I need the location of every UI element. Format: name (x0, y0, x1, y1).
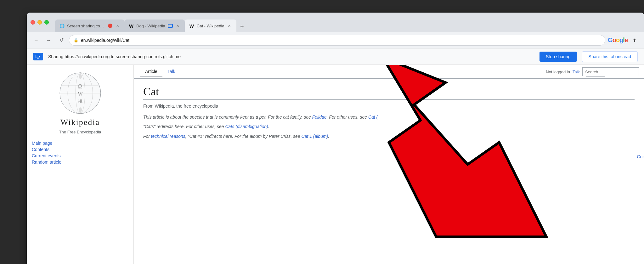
wiki-sidebar: Ω W 維 Wikipedia The Free Encyclopedia Ma… (27, 65, 134, 264)
sharing-icon (33, 53, 43, 60)
not-logged-in-text: Not logged in (546, 70, 570, 74)
toolbar: ← → ↺ 🔒 en.wikipedia.org/wiki/Cat Google… (27, 32, 644, 48)
reload-button[interactable]: ↺ (56, 35, 66, 45)
share-page-button[interactable]: ⬆ (630, 35, 640, 45)
page-content: Ω W 維 Wikipedia The Free Encyclopedia Ma… (27, 65, 644, 264)
wikipedia-logo: Ω W 維 (58, 71, 102, 115)
sharing-description: Sharing https://en.wikipedia.org to scre… (48, 54, 534, 59)
hatnote-3: For technical reasons, "Cat #1" redirect… (143, 133, 635, 140)
address-bar[interactable]: 🔒 en.wikipedia.org/wiki/Cat (69, 35, 605, 46)
forward-button[interactable]: → (44, 35, 54, 45)
svg-text:Ω: Ω (78, 83, 82, 90)
tab-dog-wikipedia[interactable]: W Dog - Wikipedia ✕ (124, 20, 185, 32)
tab-screen-sharing-close[interactable]: ✕ (115, 23, 120, 28)
nav-link-random-article[interactable]: Random article (32, 160, 128, 165)
maximize-button[interactable] (44, 20, 49, 25)
cat-disambig-link[interactable]: Cat ( (368, 115, 378, 120)
new-tab-button[interactable]: + (236, 21, 248, 32)
tab-cat-wikipedia[interactable]: W Cat - Wikipedia ✕ (185, 20, 236, 32)
cat1-album-link[interactable]: Cat 1 (album) (302, 134, 328, 139)
lock-icon: 🔒 (74, 38, 78, 42)
hatnote-1: This article is about the species that i… (143, 114, 635, 121)
felidae-link[interactable]: Felidae (312, 115, 327, 120)
tab-screen-sharing[interactable]: 🌐 Screen sharing controls ✕ (55, 20, 124, 32)
tab-dog-close[interactable]: ✕ (175, 23, 180, 28)
wikipedia-tagline: The Free Encyclopedia (59, 130, 101, 134)
wiki-main: Not logged in Talk Cor Article Talk Read… (134, 65, 644, 264)
article-title: Cat (143, 85, 635, 100)
wikipedia-favicon-active-icon: W (189, 23, 194, 28)
share-tab-instead-button[interactable]: Share this tab instead (582, 51, 638, 62)
talk-link[interactable]: Talk (573, 70, 580, 74)
wiki-nav-links: Main page Contents Current events Random… (32, 141, 128, 165)
back-button[interactable]: ← (31, 35, 41, 45)
screen-share-tab-icon (168, 24, 173, 28)
tab-screen-sharing-title: Screen sharing controls (67, 24, 105, 28)
tabs-bar: 🌐 Screen sharing controls ✕ W Dog - Wiki… (55, 13, 640, 32)
cats-disambig-link[interactable]: Cats (disambiguation) (225, 124, 268, 129)
nav-link-main-page[interactable]: Main page (32, 141, 128, 146)
wiki-article-content: Cat From Wikipedia, the free encyclopedi… (134, 79, 644, 149)
tab-article[interactable]: Article (140, 66, 162, 77)
sharing-bar: Sharing https://en.wikipedia.org to scre… (27, 48, 644, 65)
contributions-link[interactable]: Cor (637, 154, 644, 159)
title-bar: 🌐 Screen sharing controls ✕ W Dog - Wiki… (27, 13, 644, 32)
wikipedia-wordmark: Wikipedia (60, 118, 100, 127)
tab-cat-wikipedia-title: Cat - Wikipedia (197, 24, 224, 28)
nav-link-current-events[interactable]: Current events (32, 153, 128, 158)
toolbar-right: Google ⬆ (608, 35, 640, 45)
tab-cat-close[interactable]: ✕ (227, 23, 232, 28)
minimize-button[interactable] (37, 20, 42, 25)
hatnote-2: "Cats" redirects here. For other uses, s… (143, 123, 635, 130)
nav-link-contents[interactable]: Contents (32, 147, 128, 152)
recording-dot-icon (108, 24, 112, 28)
article-from-text: From Wikipedia, the free encyclopedia (143, 104, 635, 109)
tab-dog-wikipedia-title: Dog - Wikipedia (136, 24, 165, 28)
search-input[interactable] (582, 67, 639, 76)
close-button[interactable] (31, 20, 35, 25)
google-logo: Google (608, 37, 628, 44)
wikipedia-favicon-icon: W (129, 23, 134, 28)
browser-window: 🌐 Screen sharing controls ✕ W Dog - Wiki… (27, 13, 644, 264)
svg-text:W: W (78, 91, 83, 97)
svg-text:維: 維 (78, 98, 82, 103)
url-display: en.wikipedia.org/wiki/Cat (81, 38, 601, 43)
globe-favicon-icon: 🌐 (59, 23, 65, 28)
tab-talk[interactable]: Talk (162, 66, 180, 77)
traffic-lights (31, 20, 49, 25)
wiki-user-area: Not logged in Talk Cor (541, 65, 644, 79)
technical-reasons-link[interactable]: technical reasons (151, 134, 185, 139)
stop-sharing-button[interactable]: Stop sharing (539, 52, 577, 62)
